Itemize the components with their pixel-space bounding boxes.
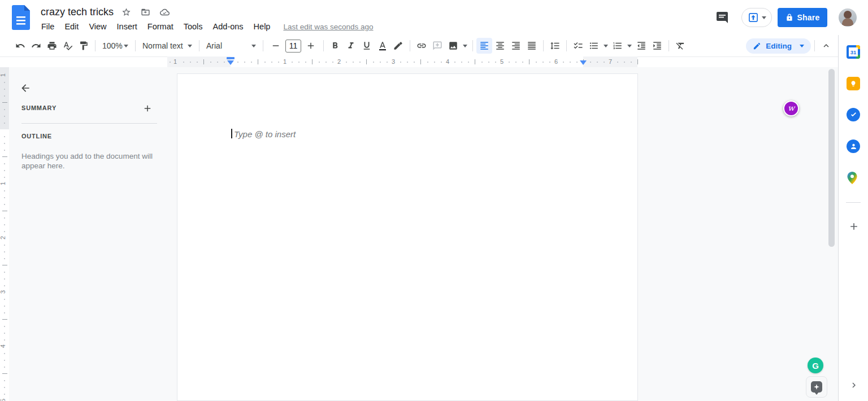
- align-right-icon[interactable]: [508, 38, 524, 54]
- present-button[interactable]: [741, 8, 772, 27]
- star-outline-icon[interactable]: [119, 5, 133, 19]
- editing-mode-label: Editing: [766, 42, 792, 50]
- summary-divider: [21, 123, 157, 124]
- google-side-panel: 31: [838, 35, 868, 401]
- cloud-saved-icon[interactable]: [158, 5, 171, 19]
- justify-icon[interactable]: [524, 38, 540, 54]
- google-keep-icon[interactable]: [847, 77, 860, 90]
- google-tasks-icon[interactable]: [847, 108, 860, 121]
- font-select[interactable]: Arial: [203, 38, 259, 54]
- menu-view[interactable]: View: [84, 21, 111, 32]
- highlight-color-icon[interactable]: [390, 38, 406, 54]
- undo-icon[interactable]: [12, 38, 28, 54]
- google-calendar-icon[interactable]: 31: [847, 45, 860, 59]
- share-label: Share: [797, 13, 820, 22]
- align-left-icon[interactable]: [476, 38, 492, 54]
- app-header: crazy tech tricks File Edit View Insert …: [0, 0, 868, 35]
- comment-history-icon[interactable]: [714, 10, 730, 25]
- ruler-label: 1: [173, 58, 177, 65]
- outline-label: OUTLINE: [21, 133, 52, 140]
- spelling-check-icon[interactable]: [60, 38, 76, 54]
- toolbar: 100% Normal text Arial 11: [0, 35, 868, 57]
- menu-insert[interactable]: Insert: [112, 21, 142, 32]
- font-value: Arial: [206, 41, 222, 50]
- numbered-list-icon[interactable]: [610, 38, 626, 54]
- last-edit-link[interactable]: Last edit was seconds ago: [283, 23, 373, 31]
- ruler-label: 4: [0, 345, 6, 348]
- insert-image-caret[interactable]: [461, 38, 469, 54]
- document-scrollbar[interactable]: [828, 69, 835, 247]
- menu-file[interactable]: File: [36, 21, 59, 32]
- collapse-toolbar-icon[interactable]: [818, 38, 834, 54]
- avatar[interactable]: [839, 8, 857, 27]
- google-maps-icon[interactable]: [847, 171, 860, 185]
- content-area: 1 1 2 3 4 5 SUMMARY OUTLINE Headings you…: [0, 67, 868, 401]
- get-add-ons-icon[interactable]: [847, 220, 861, 233]
- close-outline-icon[interactable]: [18, 81, 33, 95]
- numbered-list-caret[interactable]: [626, 38, 633, 54]
- toolbar-separator: [566, 40, 567, 51]
- redo-icon[interactable]: [28, 38, 44, 54]
- print-icon[interactable]: [44, 38, 60, 54]
- hide-side-panel-icon[interactable]: [848, 379, 860, 391]
- ruler-label: 1: [283, 58, 287, 65]
- paragraph-style-value: Normal text: [142, 41, 183, 50]
- google-docs-logo[interactable]: [12, 5, 30, 30]
- line-spacing-icon[interactable]: [547, 38, 563, 54]
- zoom-select[interactable]: 100%: [99, 38, 132, 54]
- vertical-ruler: 1 1 2 3 4 5: [0, 67, 9, 401]
- increase-indent-icon[interactable]: [649, 38, 665, 54]
- explore-button[interactable]: [806, 376, 827, 398]
- menu-addons[interactable]: Add-ons: [208, 21, 249, 32]
- increase-font-size-button[interactable]: [303, 38, 319, 54]
- present-up-arrow-icon: [748, 12, 759, 23]
- zoom-caret: [124, 45, 128, 47]
- editing-mode-button[interactable]: Editing: [746, 38, 811, 54]
- menu-tools[interactable]: Tools: [179, 21, 208, 32]
- wordtune-letter: w: [788, 103, 795, 112]
- toolbar-separator: [95, 40, 96, 51]
- ruler-label: 1: [0, 182, 6, 185]
- align-center-icon[interactable]: [492, 38, 508, 54]
- bulleted-list-caret[interactable]: [602, 38, 610, 54]
- menu-format[interactable]: Format: [142, 21, 179, 32]
- bold-icon[interactable]: [327, 38, 343, 54]
- decrease-indent-icon[interactable]: [633, 38, 649, 54]
- bulleted-list-icon[interactable]: [586, 38, 602, 54]
- toolbar-separator: [543, 40, 544, 51]
- move-to-folder-icon[interactable]: [138, 5, 152, 19]
- pencil-icon: [753, 42, 761, 50]
- ruler-label: 2: [337, 58, 341, 65]
- ruler-label: 2: [0, 236, 6, 239]
- grammarly-extension-icon[interactable]: G: [808, 358, 823, 373]
- text-color-icon[interactable]: [375, 38, 390, 54]
- clear-formatting-icon[interactable]: [672, 38, 688, 54]
- document-page[interactable]: Type @ to insert: [177, 73, 638, 401]
- decrease-font-size-button[interactable]: [268, 38, 284, 54]
- wordtune-extension-icon[interactable]: w: [783, 101, 799, 116]
- paragraph-style-select[interactable]: Normal text: [139, 38, 196, 54]
- menu-edit[interactable]: Edit: [59, 21, 84, 32]
- checklist-icon[interactable]: [570, 38, 586, 54]
- ruler-label: 3: [0, 290, 6, 294]
- outline-hint: Headings you add to the document will ap…: [21, 152, 158, 171]
- editing-mode-caret: [800, 45, 804, 47]
- toolbar-separator: [814, 40, 815, 51]
- add-comment-icon[interactable]: [429, 38, 445, 54]
- document-title[interactable]: crazy tech tricks: [41, 6, 114, 18]
- toolbar-separator: [472, 40, 473, 51]
- toolbar-separator: [410, 40, 410, 51]
- italic-icon[interactable]: [343, 38, 359, 54]
- insert-link-icon[interactable]: [414, 38, 429, 54]
- paint-format-icon[interactable]: [76, 38, 92, 54]
- ruler-label: 5: [0, 399, 6, 401]
- share-button[interactable]: Share: [778, 8, 827, 27]
- insert-image-icon[interactable]: [445, 38, 461, 54]
- add-summary-icon[interactable]: [140, 101, 155, 116]
- style-caret: [188, 45, 192, 47]
- toolbar-separator: [669, 40, 669, 51]
- font-size-value[interactable]: 11: [285, 40, 301, 53]
- underline-icon[interactable]: [359, 38, 375, 54]
- menu-help[interactable]: Help: [249, 21, 276, 32]
- google-contacts-icon[interactable]: [847, 140, 860, 153]
